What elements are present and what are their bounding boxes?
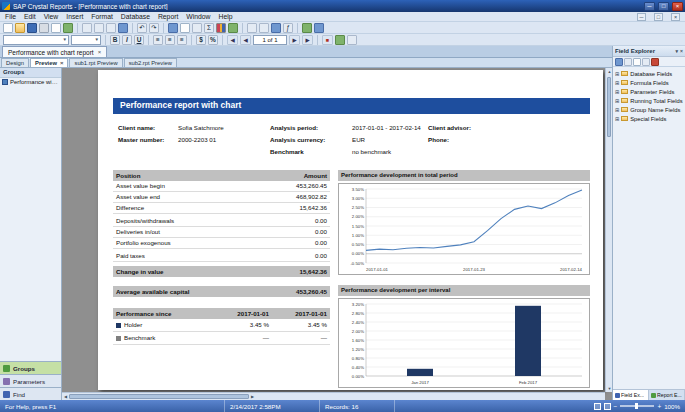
- font-size-dropdown[interactable]: ▼: [71, 35, 101, 45]
- edit-field-icon[interactable]: [642, 58, 650, 66]
- sidebar-item-parameters[interactable]: Parameters: [0, 374, 61, 387]
- percent-format-icon[interactable]: %: [208, 35, 218, 45]
- scroll-right-icon[interactable]: ▶: [249, 393, 256, 400]
- expand-icon[interactable]: ⊞: [615, 89, 619, 95]
- italic-icon[interactable]: I: [122, 35, 132, 45]
- view-mode-icon[interactable]: [594, 403, 601, 410]
- panel-close-icon[interactable]: ×: [680, 48, 683, 54]
- group-tree-item[interactable]: Performance with chart: [0, 78, 61, 86]
- tree-item-parameter-fields[interactable]: ⊞ Parameter Fields: [613, 87, 685, 96]
- zoom-slider[interactable]: [620, 405, 654, 407]
- undo-icon[interactable]: ↶: [137, 23, 147, 33]
- insert-chart-icon[interactable]: [216, 23, 226, 33]
- insert-field-icon[interactable]: [168, 23, 178, 33]
- help-icon[interactable]: [314, 23, 324, 33]
- close-button[interactable]: ×: [672, 2, 683, 11]
- search-icon[interactable]: [347, 35, 357, 45]
- tree-item-special-fields[interactable]: ⊞ Special Fields: [613, 114, 685, 123]
- tab-preview-close-icon[interactable]: ×: [60, 60, 64, 66]
- select-expert-icon[interactable]: [259, 23, 269, 33]
- menu-window[interactable]: Window: [186, 13, 210, 20]
- refresh-icon[interactable]: [302, 23, 312, 33]
- expand-icon[interactable]: ⊞: [615, 107, 619, 113]
- menu-view[interactable]: View: [44, 13, 59, 20]
- save-icon[interactable]: [27, 23, 37, 33]
- tab-report-explorer[interactable]: Report E...: [649, 390, 685, 400]
- pin-icon[interactable]: ▾: [676, 48, 679, 54]
- sidebar-item-groups[interactable]: Groups: [0, 361, 61, 374]
- menu-help[interactable]: Help: [219, 13, 233, 20]
- new-field-icon[interactable]: [633, 58, 641, 66]
- formula-workshop-icon[interactable]: ƒ: [283, 23, 293, 33]
- refresh-data-icon[interactable]: [335, 35, 345, 45]
- database-expert-icon[interactable]: [271, 23, 281, 33]
- maximize-button[interactable]: □: [658, 2, 669, 11]
- mdi-minimize-button[interactable]: ─: [637, 13, 646, 21]
- redo-icon[interactable]: ↷: [149, 23, 159, 33]
- tree-item-group-name-fields[interactable]: ⊞ Group Name Fields: [613, 105, 685, 114]
- minimize-button[interactable]: ─: [644, 2, 655, 11]
- expand-icon[interactable]: ⊞: [615, 116, 619, 122]
- font-family-dropdown[interactable]: ▼: [3, 35, 69, 45]
- tab-sub1-preview[interactable]: sub1.rpt Preview: [69, 58, 122, 67]
- view-mode-icon[interactable]: [604, 403, 611, 410]
- next-page-icon[interactable]: ▶: [289, 35, 300, 45]
- expand-icon[interactable]: ⊞: [615, 98, 619, 104]
- bold-icon[interactable]: B: [110, 35, 120, 45]
- tree-item-running-total-fields[interactable]: ⊞ Running Total Fields: [613, 96, 685, 105]
- align-left-icon[interactable]: ≡: [153, 35, 163, 45]
- tab-sub2-preview[interactable]: sub2.rpt Preview: [124, 58, 177, 67]
- vertical-scrollbar[interactable]: ▲ ▼: [605, 68, 612, 392]
- last-page-icon[interactable]: ▶: [302, 35, 313, 45]
- expand-icon[interactable]: ⊞: [615, 80, 619, 86]
- previous-page-icon[interactable]: ◀: [240, 35, 251, 45]
- expand-icon[interactable]: ⊞: [615, 71, 619, 77]
- insert-summary-icon[interactable]: Σ: [204, 23, 214, 33]
- align-right-icon[interactable]: ≡: [177, 35, 187, 45]
- horizontal-scroll-thumb[interactable]: [69, 394, 249, 399]
- insert-to-report-icon[interactable]: [615, 58, 623, 66]
- copy-icon[interactable]: [94, 23, 104, 33]
- scroll-left-icon[interactable]: ◀: [62, 393, 69, 400]
- print-icon[interactable]: [39, 23, 49, 33]
- tree-item-database-fields[interactable]: ⊞ Database Fields: [613, 69, 685, 78]
- menu-file[interactable]: File: [5, 13, 16, 20]
- section-expert-icon[interactable]: [247, 23, 257, 33]
- menu-format[interactable]: Format: [91, 13, 113, 20]
- insert-picture-icon[interactable]: [228, 23, 238, 33]
- sidebar-item-find[interactable]: Find: [0, 387, 61, 400]
- menu-database[interactable]: Database: [121, 13, 150, 20]
- mdi-close-button[interactable]: ×: [671, 13, 680, 21]
- horizontal-scrollbar[interactable]: ◀ ▶: [62, 392, 605, 400]
- new-report-icon[interactable]: [3, 23, 13, 33]
- first-page-icon[interactable]: ◀: [227, 35, 238, 45]
- tab-preview[interactable]: Preview ×: [30, 58, 68, 67]
- tab-field-explorer[interactable]: Field Ex...: [613, 390, 649, 400]
- open-icon[interactable]: [15, 23, 25, 33]
- zoom-out-icon[interactable]: −: [614, 403, 618, 410]
- menu-insert[interactable]: Insert: [66, 13, 83, 20]
- zoom-in-icon[interactable]: +: [657, 403, 661, 410]
- insert-group-icon[interactable]: [192, 23, 202, 33]
- zoom-slider-thumb[interactable]: [635, 403, 638, 409]
- currency-format-icon[interactable]: $: [196, 35, 206, 45]
- stop-icon[interactable]: ■: [322, 35, 333, 45]
- browse-data-icon[interactable]: [624, 58, 632, 66]
- underline-icon[interactable]: U: [134, 35, 144, 45]
- vertical-scroll-thumb[interactable]: [607, 77, 611, 137]
- delete-field-icon[interactable]: [651, 58, 659, 66]
- export-icon[interactable]: [63, 23, 73, 33]
- document-tab-close-icon[interactable]: ×: [98, 49, 102, 55]
- menu-edit[interactable]: Edit: [24, 13, 36, 20]
- align-center-icon[interactable]: ≡: [165, 35, 175, 45]
- cut-icon[interactable]: [82, 23, 92, 33]
- menu-report[interactable]: Report: [158, 13, 178, 20]
- document-tab[interactable]: Performance with chart report ×: [2, 46, 107, 57]
- tab-design[interactable]: Design: [1, 58, 29, 67]
- paste-icon[interactable]: [106, 23, 116, 33]
- insert-text-object-icon[interactable]: [180, 23, 190, 33]
- tree-item-formula-fields[interactable]: ⊞ Formula Fields: [613, 78, 685, 87]
- format-painter-icon[interactable]: [118, 23, 128, 33]
- mdi-restore-button[interactable]: □: [654, 13, 663, 21]
- print-preview-icon[interactable]: [51, 23, 61, 33]
